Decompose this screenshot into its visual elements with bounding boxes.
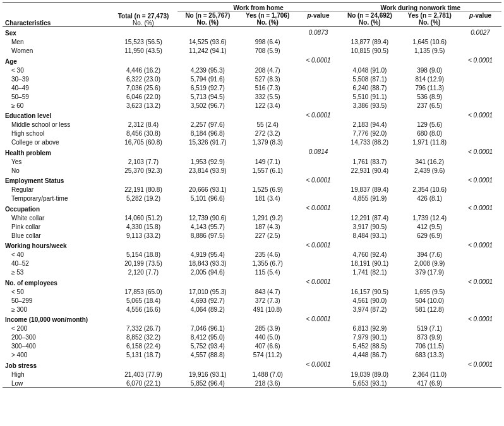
item-wfh-yes: 187 (4.3) xyxy=(238,222,297,231)
section-wdnt-pval: < 0.0001 xyxy=(459,240,501,251)
item-wfh-yes: 516 (7.3) xyxy=(238,83,297,92)
section-wfh-pval: < 0.0001 xyxy=(297,203,340,214)
item-wdnt-pval xyxy=(459,121,501,129)
item-total: 5,282 (19.2) xyxy=(109,194,177,203)
item-total: 17,853 (65.0) xyxy=(109,287,177,296)
item-wfh-no: 2,005 (94.6) xyxy=(177,268,238,277)
item-wdnt-pval xyxy=(459,296,501,305)
item-wdnt-no: 19,837 (89.4) xyxy=(339,186,400,194)
item-wdnt-yes: 683 (13.3) xyxy=(400,351,459,360)
item-wdnt-yes: 379 (17.9) xyxy=(400,268,459,277)
section-wdnt-pval: < 0.0001 xyxy=(459,175,501,186)
col-characteristics: Characteristics xyxy=(3,3,109,27)
data-row: ≥ 3004,556 (16.6)4,064 (89.2)491 (10.8)3… xyxy=(3,305,501,314)
item-label: White collar xyxy=(3,213,109,222)
item-wfh-no: 6,519 (92.7) xyxy=(177,83,238,92)
item-wfh-yes: 1,291 (9.2) xyxy=(238,213,297,222)
item-wdnt-no: 5,508 (87.1) xyxy=(339,74,400,83)
section-wfh-pval: 0.0814 xyxy=(297,147,340,158)
data-table: Characteristics Total (n = 27,473)No. (%… xyxy=(3,3,501,388)
item-label: High school xyxy=(3,129,109,138)
section-total xyxy=(109,314,177,324)
item-wfh-pval xyxy=(297,129,340,138)
item-wdnt-pval xyxy=(459,231,501,240)
item-total: 5,065 (18.4) xyxy=(109,296,177,305)
item-wfh-pval xyxy=(297,259,340,268)
item-wfh-pval xyxy=(297,101,340,110)
section-total xyxy=(109,147,177,158)
item-wdnt-yes: 2,439 (9.6) xyxy=(400,166,459,175)
data-row: No25,370 (92.3)23,814 (93.9)1,557 (6.1)2… xyxy=(3,166,501,175)
item-label: College or above xyxy=(3,138,109,147)
item-wfh-no: 18,843 (93.3) xyxy=(177,259,238,268)
item-label: Pink collar xyxy=(3,222,109,231)
item-wfh-yes: 1,557 (6.1) xyxy=(238,166,297,175)
item-wdnt-pval xyxy=(459,251,501,259)
item-label: Low xyxy=(3,379,109,388)
data-row: 40–497,036 (25.6)6,519 (92.7)516 (7.3)6,… xyxy=(3,83,501,92)
item-wdnt-yes: 519 (7.1) xyxy=(400,324,459,333)
item-wdnt-pval xyxy=(459,259,501,268)
item-wdnt-no: 7,776 (92.0) xyxy=(339,129,400,138)
data-row: 40–5220,199 (73.5)18,843 (93.3)1,355 (6.… xyxy=(3,259,501,268)
item-total: 6,046 (22.0) xyxy=(109,92,177,101)
section-wdnt-yes xyxy=(400,240,459,251)
item-wfh-yes: 272 (3.2) xyxy=(238,129,297,138)
data-row: ≥ 603,623 (13.2)3,502 (96.7)122 (3.4)3,3… xyxy=(3,101,501,110)
section-wfh-pval: 0.0873 xyxy=(297,27,340,38)
wfh-pval-blank xyxy=(297,19,340,27)
item-total: 7,036 (25.6) xyxy=(109,83,177,92)
item-wfh-no: 1,953 (92.9) xyxy=(177,157,238,166)
section-label: Health problem xyxy=(3,147,109,158)
section-wdnt-no xyxy=(339,56,400,66)
data-row: 200–3008,852 (32.2)8,412 (95.0)440 (5.0)… xyxy=(3,333,501,342)
section-wdnt-yes xyxy=(400,203,459,214)
item-wdnt-no: 3,917 (90.5) xyxy=(339,222,400,231)
section-wdnt-pval: 0.0027 xyxy=(459,27,501,38)
wfh-group-header: Work from home xyxy=(177,3,340,12)
item-wfh-no: 4,919 (95.4) xyxy=(177,251,238,259)
item-wdnt-yes: 426 (8.1) xyxy=(400,194,459,203)
item-wdnt-no: 3,974 (87.2) xyxy=(339,305,400,314)
wdnt-group-header: Work during nonwork time xyxy=(339,3,501,12)
item-wfh-yes: 227 (2.5) xyxy=(238,231,297,240)
section-wfh-yes xyxy=(238,110,297,121)
section-wfh-pval: < 0.0001 xyxy=(297,277,340,288)
item-wdnt-yes: 629 (6.9) xyxy=(400,231,459,240)
section-wdnt-yes xyxy=(400,110,459,121)
section-wdnt-yes xyxy=(400,360,459,370)
item-wdnt-no: 12,291 (87.4) xyxy=(339,213,400,222)
section-wfh-no xyxy=(177,110,238,121)
section-row: Sex0.08730.0027 xyxy=(3,27,501,38)
data-row: 30–396,322 (23.0)5,794 (91.6)527 (8.3)5,… xyxy=(3,74,501,83)
wfh-pval-header: p-value xyxy=(297,11,340,19)
item-total: 2,103 (7.7) xyxy=(109,157,177,166)
item-wdnt-yes: 1,645 (10.6) xyxy=(400,38,459,47)
item-wdnt-pval xyxy=(459,333,501,342)
section-wfh-no xyxy=(177,360,238,370)
item-wdnt-no: 4,048 (91.0) xyxy=(339,66,400,74)
item-wfh-yes: 218 (3.6) xyxy=(238,379,297,388)
item-wfh-no: 20,666 (93.1) xyxy=(177,186,238,194)
item-total: 7,332 (26.7) xyxy=(109,324,177,333)
item-wdnt-yes: 2,008 (9.9) xyxy=(400,259,459,268)
item-label: 50–59 xyxy=(3,92,109,101)
section-total xyxy=(109,240,177,251)
item-wdnt-pval xyxy=(459,287,501,296)
item-wdnt-yes: 341 (16.2) xyxy=(400,157,459,166)
section-wfh-pval: < 0.0001 xyxy=(297,175,340,186)
item-wdnt-yes: 1,695 (9.5) xyxy=(400,287,459,296)
item-label: Middle school or less xyxy=(3,121,109,129)
item-total: 6,322 (23.0) xyxy=(109,74,177,83)
section-wfh-no xyxy=(177,277,238,288)
item-wdnt-pval xyxy=(459,92,501,101)
section-wdnt-pval: < 0.0001 xyxy=(459,277,501,288)
item-total: 16,705 (60.8) xyxy=(109,138,177,147)
section-total xyxy=(109,360,177,370)
item-wfh-pval xyxy=(297,138,340,147)
item-label: < 30 xyxy=(3,66,109,74)
item-total: 3,623 (13.2) xyxy=(109,101,177,110)
item-wfh-yes: 574 (11.2) xyxy=(238,351,297,360)
item-wfh-pval xyxy=(297,251,340,259)
item-wdnt-no: 5,510 (91.1) xyxy=(339,92,400,101)
